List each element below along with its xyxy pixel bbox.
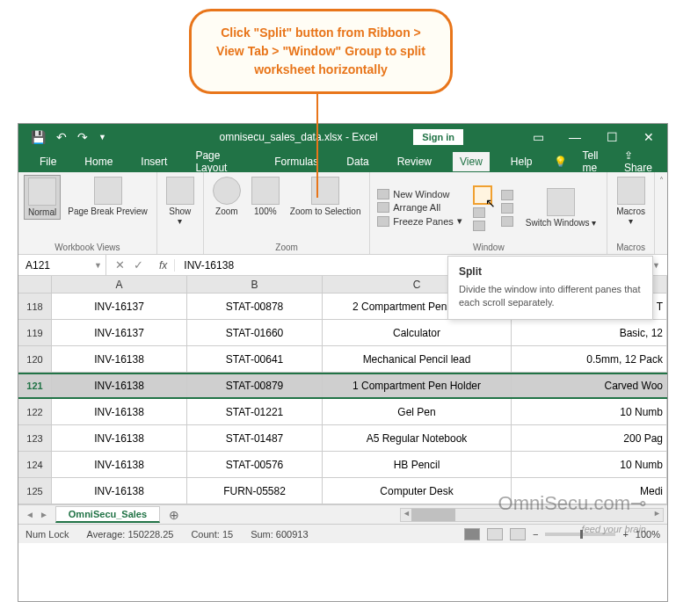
- select-all-corner[interactable]: [18, 276, 52, 293]
- fx-button[interactable]: fx: [152, 259, 175, 272]
- tab-view[interactable]: View: [453, 152, 490, 171]
- cell[interactable]: Gel Pen: [323, 399, 512, 424]
- scroll-thumb[interactable]: [411, 509, 455, 521]
- cell[interactable]: INV-16138: [52, 425, 187, 451]
- tab-data[interactable]: Data: [339, 152, 375, 171]
- cell[interactable]: STAT-01221: [187, 399, 323, 424]
- cell[interactable]: STAT-00641: [187, 346, 323, 372]
- zoom-button[interactable]: Zoom: [209, 175, 244, 218]
- normal-view-mode[interactable]: [464, 528, 480, 540]
- minimize-icon[interactable]: ―: [556, 124, 593, 150]
- tab-home[interactable]: Home: [77, 152, 120, 171]
- cell[interactable]: 10 Numb: [512, 452, 667, 477]
- tab-file[interactable]: File: [33, 152, 63, 171]
- macros-button[interactable]: Macros▾: [613, 175, 649, 228]
- cell[interactable]: FURN-05582: [187, 478, 323, 504]
- cell[interactable]: 10 Numb: [512, 399, 667, 424]
- name-box[interactable]: A121 ▼: [18, 255, 106, 275]
- title-bar: 💾 ↶ ↷ ▼ omnisecu_sales_data.xlsx - Excel…: [18, 124, 667, 150]
- zoom-100-button[interactable]: 100%: [248, 175, 283, 218]
- cancel-icon[interactable]: ✕: [115, 258, 125, 272]
- normal-icon: [28, 178, 56, 206]
- sum-status: Sum: 600913: [251, 529, 308, 540]
- col-header-b[interactable]: B: [187, 276, 323, 293]
- cell[interactable]: 200 Pag: [512, 425, 667, 451]
- cell[interactable]: Computer Desk: [323, 478, 512, 504]
- reset-pos-icon[interactable]: [501, 216, 513, 227]
- qat-dropdown-icon[interactable]: ▼: [98, 133, 106, 141]
- sheet-next-icon[interactable]: ►: [40, 510, 48, 519]
- cell[interactable]: STAT-00576: [187, 452, 323, 477]
- group-show: Show▾: [157, 172, 204, 254]
- col-header-a[interactable]: A: [52, 276, 187, 293]
- arrange-all-button[interactable]: Arrange All: [377, 202, 462, 213]
- close-icon[interactable]: ✕: [630, 124, 667, 150]
- tell-me[interactable]: Tell me: [583, 149, 608, 174]
- tab-help[interactable]: Help: [504, 152, 540, 171]
- cell[interactable]: HB Pencil: [323, 452, 512, 477]
- row-header[interactable]: 125: [18, 478, 52, 504]
- maximize-icon[interactable]: ☐: [593, 124, 630, 150]
- sheet-tab-active[interactable]: OmniSecu_Sales: [55, 506, 160, 523]
- group-zoom: Zoom 100% Zoom to Selection Zoom: [204, 172, 371, 254]
- freeze-panes-button[interactable]: Freeze Panes ▾: [377, 215, 462, 227]
- cell[interactable]: INV-16138: [52, 399, 187, 424]
- cell[interactable]: STAT-01487: [187, 425, 323, 451]
- row-header[interactable]: 121: [18, 374, 52, 397]
- undo-icon[interactable]: ↶: [56, 130, 67, 144]
- cell[interactable]: 0.5mm, 12 Pack: [512, 346, 667, 372]
- cell[interactable]: INV-16138: [52, 478, 187, 504]
- cell[interactable]: INV-16137: [52, 320, 187, 345]
- collapse-ribbon-icon[interactable]: ˄: [655, 172, 667, 254]
- normal-view-button[interactable]: Normal: [24, 175, 61, 220]
- numlock-status: Num Lock: [25, 529, 69, 540]
- zoom-selection-icon: [311, 177, 339, 205]
- cell[interactable]: INV-16138: [52, 452, 187, 477]
- share-button[interactable]: ⇪ Share: [624, 149, 655, 174]
- cell[interactable]: INV-16137: [52, 294, 187, 319]
- table-row: 121 INV-16138 STAT-00879 1 Compartment P…: [18, 373, 667, 399]
- cell[interactable]: STAT-00879: [187, 374, 323, 397]
- row-header[interactable]: 120: [18, 346, 52, 372]
- row-header[interactable]: 122: [18, 399, 52, 424]
- split-icon: [473, 185, 492, 205]
- cell[interactable]: STAT-00878: [187, 294, 323, 319]
- cell[interactable]: A5 Regular Notebook: [323, 425, 512, 451]
- sync-scroll-icon[interactable]: [501, 203, 513, 214]
- unhide-button[interactable]: [473, 221, 492, 231]
- cell[interactable]: Mechanical Pencil lead: [323, 346, 512, 372]
- cell[interactable]: INV-16138: [52, 346, 187, 372]
- row-header[interactable]: 123: [18, 425, 52, 451]
- tab-review[interactable]: Review: [390, 152, 439, 171]
- name-box-dropdown-icon[interactable]: ▼: [94, 261, 102, 270]
- zoom-100-icon: [251, 177, 280, 205]
- new-window-button[interactable]: New Window: [377, 189, 462, 199]
- cell[interactable]: Basic, 12: [512, 320, 667, 345]
- tab-insert[interactable]: Insert: [134, 152, 174, 171]
- cell[interactable]: 1 Compartment Pen Holder: [323, 374, 512, 397]
- split-button[interactable]: [473, 185, 492, 205]
- cell[interactable]: STAT-01660: [187, 320, 323, 345]
- row-header[interactable]: 119: [18, 320, 52, 345]
- save-icon[interactable]: 💾: [31, 130, 46, 144]
- enter-icon[interactable]: ✓: [134, 258, 143, 272]
- row-header[interactable]: 118: [18, 294, 52, 319]
- window-list-3: [501, 190, 513, 227]
- cell[interactable]: Calculator: [323, 320, 512, 345]
- add-sheet-button[interactable]: ⊕: [160, 508, 188, 522]
- sheet-prev-icon[interactable]: ◄: [25, 510, 34, 519]
- tell-me-icon: 💡: [554, 156, 567, 168]
- page-break-preview-button[interactable]: Page Break Preview: [64, 175, 151, 218]
- ribbon-display-icon[interactable]: ▭: [520, 124, 556, 150]
- view-side-icon[interactable]: [501, 190, 513, 200]
- cell[interactable]: Carved Woo: [512, 374, 667, 397]
- redo-icon[interactable]: ↷: [77, 130, 88, 144]
- zoom-to-selection-button[interactable]: Zoom to Selection: [287, 175, 365, 218]
- freeze-panes-icon: [377, 216, 389, 227]
- sign-in-button[interactable]: Sign in: [413, 129, 463, 145]
- show-button[interactable]: Show▾: [163, 175, 198, 228]
- cell[interactable]: INV-16138: [52, 374, 187, 397]
- row-header[interactable]: 124: [18, 452, 52, 477]
- grid-rows: 118 INV-16137 STAT-00878 2 Compartment P…: [18, 294, 667, 504]
- switch-windows-button[interactable]: Switch Windows ▾: [522, 186, 600, 229]
